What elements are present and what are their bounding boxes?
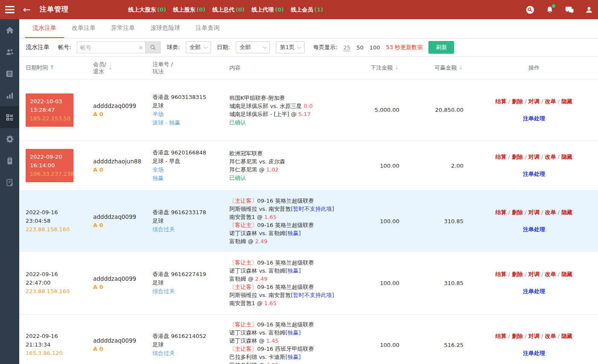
play-type-link[interactable]: 综合过关 [152, 349, 229, 358]
link-online-general-agent[interactable]: 线上总代(0) [212, 6, 245, 14]
process-order-link[interactable]: 注单处理 [523, 288, 545, 295]
sidebar-item-logs[interactable] [0, 172, 19, 193]
back-arrow-icon[interactable]: ← [19, 0, 35, 19]
account-search-button[interactable] [145, 41, 161, 53]
online-user-links: 线上大股东(0) 线上股东(0) 线上总代(0) 线上代理(0) 线上会员(1) [128, 6, 323, 14]
tab-order-query[interactable]: 注单查询 [188, 19, 227, 38]
sidebar-item-settings[interactable] [0, 128, 19, 150]
refresh-button[interactable]: 刷新 [428, 41, 454, 54]
page-select[interactable]: 第1页 [276, 41, 305, 53]
action-swap-link[interactable]: 对调 [528, 333, 539, 339]
clear-icon[interactable]: × [136, 41, 145, 53]
header-bet-amount[interactable]: 下注金额↓ [340, 64, 406, 72]
action-hide-link[interactable]: 隐藏 [561, 98, 572, 105]
action-settle-link[interactable]: 结算 [495, 154, 507, 160]
process-order-link[interactable]: 注单处理 [523, 170, 545, 178]
chat-icon[interactable] [565, 5, 574, 15]
sidebar-item-home[interactable] [0, 19, 19, 41]
process-order-link[interactable]: 注单处理 [523, 115, 545, 122]
ball-type-select[interactable]: 全部 [186, 41, 211, 53]
link-online-major-shareholder[interactable]: 线上大股东(0) [128, 6, 166, 14]
header-datetime[interactable]: 日期时间↑ [26, 64, 93, 72]
action-swap-link[interactable]: 对调 [528, 154, 539, 160]
member-name: addddzhaojun88 [93, 157, 152, 166]
action-settle-link[interactable]: 结算 [495, 271, 507, 277]
sidebar-item-tasks[interactable] [0, 150, 19, 172]
action-delete-link[interactable]: 删除 [512, 209, 523, 215]
play-type-link[interactable]: 半场 [152, 110, 229, 119]
process-order-link[interactable]: 注单处理 [523, 349, 545, 357]
play-type-link[interactable]: 综合过关 [152, 287, 229, 296]
link-online-shareholder[interactable]: 线上股东(0) [173, 6, 205, 14]
action-settle-link[interactable]: 结算 [495, 98, 507, 105]
play-type-link[interactable]: 全场 [152, 166, 229, 174]
action-links: 结算 / 删除 / 对调 / 改单 / 隐藏 [470, 332, 598, 340]
member-name: addddzaq0099 [93, 274, 152, 283]
ball-type-label: 球类: [167, 44, 179, 51]
gear-icon [5, 134, 15, 144]
per-page-100[interactable]: 100 [369, 44, 380, 51]
tab-rolling-danger-ball[interactable]: 滚球危险球 [143, 19, 188, 38]
menu-icon[interactable] [0, 0, 19, 19]
bet-time: 13:28:47 [30, 106, 69, 114]
header-content: 内容 [229, 64, 340, 72]
sidebar-item-orders[interactable] [0, 106, 19, 128]
action-modify-link[interactable]: 改单 [545, 98, 556, 105]
content-line: 〔主让客〕09-16 西班牙甲组联赛 [229, 345, 340, 353]
action-delete-link[interactable]: 删除 [512, 271, 523, 277]
play-type-link[interactable]: 滚球 - 独赢 [152, 119, 229, 127]
action-hide-link[interactable]: 隐藏 [561, 333, 572, 339]
content-line: 〔客让主〕09-16 英格兰超级联赛 [229, 259, 340, 267]
search-icon[interactable] [525, 5, 535, 15]
chevron-down-icon [263, 44, 267, 49]
action-swap-link[interactable]: 对调 [528, 271, 539, 277]
tab-modified-orders[interactable]: 改单注单 [64, 19, 103, 38]
action-swap-link[interactable]: 对调 [528, 209, 539, 215]
table-row: 2022-10-03 13:28:47 185.22.153.50 addddz… [19, 79, 598, 141]
action-modify-link[interactable]: 改单 [545, 209, 556, 215]
sidebar-item-statistics[interactable] [0, 84, 19, 106]
play-type-link[interactable]: 综合过关 [152, 225, 229, 234]
account-input[interactable] [77, 41, 136, 53]
action-swap-link[interactable]: 对调 [528, 98, 539, 105]
action-settle-link[interactable]: 结算 [495, 209, 507, 215]
tab-abnormal-orders[interactable]: 异常注单 [103, 19, 143, 38]
per-page-50[interactable]: 50 [356, 44, 363, 51]
account-label: 帐号: [58, 44, 71, 51]
table-body: 2022-10-03 13:28:47 185.22.153.50 addddz… [19, 79, 598, 364]
bet-info-line: 香港盘 9616214052 [152, 332, 229, 341]
action-hide-link[interactable]: 隐藏 [561, 209, 572, 215]
bet-info: 香港盘 9616214052足球综合过关 [152, 332, 229, 358]
sidebar-item-members[interactable] [0, 41, 19, 63]
sidebar-item-reports[interactable] [0, 63, 19, 84]
action-hide-link[interactable]: 隐藏 [561, 271, 572, 277]
action-delete-link[interactable]: 删除 [512, 154, 523, 160]
action-delete-link[interactable]: 删除 [512, 333, 523, 339]
user-icon[interactable] [584, 5, 594, 15]
bet-date: 2022-09-16 [26, 208, 93, 217]
action-delete-link[interactable]: 删除 [512, 98, 523, 105]
member-rebate: A 0 [93, 221, 152, 230]
action-modify-link[interactable]: 改单 [545, 271, 556, 277]
header-member[interactable]: 会员/退水↓ [93, 61, 152, 75]
tab-flow-orders[interactable]: 流水注单 [25, 19, 64, 38]
action-modify-link[interactable]: 改单 [545, 333, 556, 339]
link-online-agent[interactable]: 线上代理(0) [252, 6, 284, 14]
member-rebate: A 0 [93, 345, 152, 353]
bell-icon[interactable] [545, 5, 554, 15]
members-icon [5, 47, 15, 57]
win-amount: 20,850.00 [406, 107, 470, 113]
bet-amount: 100.00 [340, 342, 406, 348]
date-select[interactable]: 全部 [236, 41, 270, 53]
link-online-member[interactable]: 线上会员(1) [291, 6, 323, 14]
action-modify-link[interactable]: 改单 [545, 154, 556, 160]
content-line: 城南足球俱乐部 - [上半] @ 5.17 [229, 110, 340, 118]
per-page-25[interactable]: 25 [343, 44, 351, 51]
action-settle-link[interactable]: 结算 [495, 333, 507, 339]
bet-time: 22:47:00 [26, 279, 93, 287]
process-order-link[interactable]: 注单处理 [523, 226, 545, 233]
sort-asc-icon: ↑ [50, 64, 55, 71]
action-hide-link[interactable]: 隐藏 [561, 154, 572, 160]
header-win-amount[interactable]: 可赢金额↓ [406, 64, 470, 72]
play-type-link[interactable]: 独赢 [152, 174, 229, 183]
